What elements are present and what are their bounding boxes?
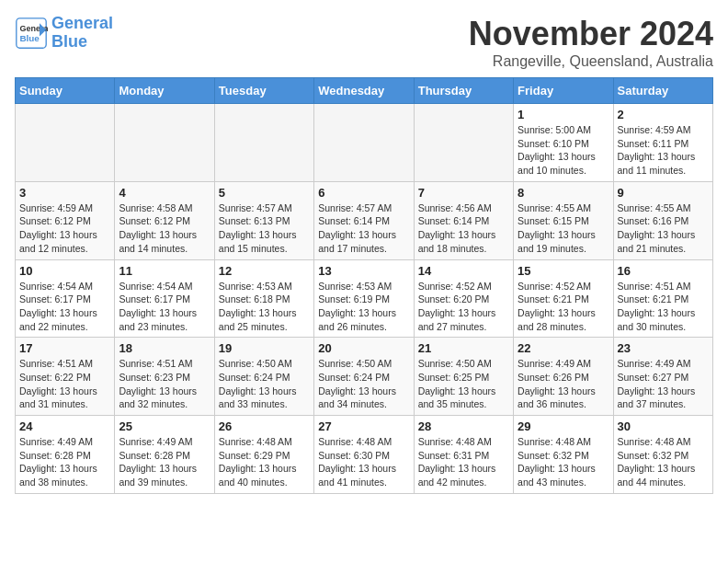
calendar-cell	[214, 104, 313, 182]
svg-text:Blue: Blue	[19, 33, 40, 43]
calendar-cell: 4Sunrise: 4:58 AMSunset: 6:12 PMDaylight…	[115, 181, 214, 259]
day-number: 14	[418, 264, 509, 278]
weekday-header-wednesday: Wednesday	[314, 78, 414, 104]
day-info: Sunrise: 4:52 AMSunset: 6:21 PMDaylight:…	[518, 280, 609, 334]
day-info: Sunrise: 4:53 AMSunset: 6:19 PMDaylight:…	[318, 280, 409, 334]
day-number: 2	[618, 108, 709, 121]
day-number: 13	[318, 264, 409, 278]
day-info: Sunrise: 4:48 AMSunset: 6:30 PMDaylight:…	[318, 435, 409, 489]
calendar-week-2: 10Sunrise: 4:54 AMSunset: 6:17 PMDayligh…	[16, 259, 713, 338]
calendar-cell: 5Sunrise: 4:57 AMSunset: 6:13 PMDaylight…	[214, 181, 313, 259]
day-info: Sunrise: 4:49 AMSunset: 6:26 PMDaylight:…	[518, 357, 609, 411]
day-number: 6	[318, 186, 409, 200]
day-number: 18	[119, 341, 210, 355]
day-info: Sunrise: 4:57 AMSunset: 6:13 PMDaylight:…	[219, 201, 310, 256]
calendar-cell: 2Sunrise: 4:59 AMSunset: 6:11 PMDaylight…	[613, 104, 712, 182]
logo-blue: Blue	[51, 32, 87, 51]
day-number: 29	[518, 419, 609, 433]
calendar-cell: 19Sunrise: 4:50 AMSunset: 6:24 PMDayligh…	[214, 338, 313, 416]
day-number: 1	[518, 108, 609, 121]
calendar-week-4: 24Sunrise: 4:49 AMSunset: 6:28 PMDayligh…	[16, 416, 713, 494]
day-info: Sunrise: 4:48 AMSunset: 6:32 PMDaylight:…	[518, 435, 609, 489]
calendar-cell: 25Sunrise: 4:49 AMSunset: 6:28 PMDayligh…	[115, 416, 214, 494]
day-info: Sunrise: 4:52 AMSunset: 6:20 PMDaylight:…	[418, 280, 509, 334]
weekday-header-row: SundayMondayTuesdayWednesdayThursdayFrid…	[16, 78, 713, 104]
day-info: Sunrise: 4:54 AMSunset: 6:17 PMDaylight:…	[19, 280, 110, 334]
calendar-cell: 22Sunrise: 4:49 AMSunset: 6:26 PMDayligh…	[514, 338, 613, 416]
day-number: 12	[219, 264, 310, 278]
month-title: November 2024	[469, 15, 713, 53]
day-info: Sunrise: 4:51 AMSunset: 6:23 PMDaylight:…	[119, 357, 210, 411]
day-info: Sunrise: 4:55 AMSunset: 6:16 PMDaylight:…	[618, 201, 709, 256]
title-block: November 2024 Rangeville, Queensland, Au…	[469, 15, 713, 70]
day-number: 27	[318, 419, 409, 433]
calendar-cell: 16Sunrise: 4:51 AMSunset: 6:21 PMDayligh…	[613, 259, 712, 338]
logo: General Blue General Blue	[15, 15, 113, 52]
calendar-cell: 13Sunrise: 4:53 AMSunset: 6:19 PMDayligh…	[314, 259, 414, 338]
day-number: 16	[618, 264, 709, 278]
day-info: Sunrise: 4:53 AMSunset: 6:18 PMDaylight:…	[219, 280, 310, 334]
day-number: 15	[518, 264, 609, 278]
day-number: 23	[618, 341, 709, 355]
calendar-week-0: 1Sunrise: 5:00 AMSunset: 6:10 PMDaylight…	[16, 104, 713, 182]
location-title: Rangeville, Queensland, Australia	[469, 53, 713, 70]
calendar-cell: 17Sunrise: 4:51 AMSunset: 6:22 PMDayligh…	[16, 338, 115, 416]
day-info: Sunrise: 4:48 AMSunset: 6:31 PMDaylight:…	[418, 435, 509, 489]
weekday-header-sunday: Sunday	[16, 78, 115, 104]
calendar-cell: 12Sunrise: 4:53 AMSunset: 6:18 PMDayligh…	[214, 259, 313, 338]
day-info: Sunrise: 4:50 AMSunset: 6:24 PMDaylight:…	[219, 357, 310, 411]
calendar-cell: 11Sunrise: 4:54 AMSunset: 6:17 PMDayligh…	[115, 259, 214, 338]
day-info: Sunrise: 4:58 AMSunset: 6:12 PMDaylight:…	[119, 201, 210, 256]
weekday-header-thursday: Thursday	[414, 78, 513, 104]
calendar-cell: 1Sunrise: 5:00 AMSunset: 6:10 PMDaylight…	[514, 104, 613, 182]
day-info: Sunrise: 4:51 AMSunset: 6:21 PMDaylight:…	[618, 280, 709, 334]
day-number: 30	[618, 419, 709, 433]
day-number: 11	[119, 264, 210, 278]
calendar-cell	[16, 104, 115, 182]
calendar-cell: 20Sunrise: 4:50 AMSunset: 6:24 PMDayligh…	[314, 338, 414, 416]
day-info: Sunrise: 4:57 AMSunset: 6:14 PMDaylight:…	[318, 201, 409, 256]
logo-text: General Blue	[51, 15, 113, 52]
day-number: 3	[19, 186, 110, 200]
calendar-cell: 24Sunrise: 4:49 AMSunset: 6:28 PMDayligh…	[16, 416, 115, 494]
logo-general: General	[51, 14, 113, 32]
calendar-week-1: 3Sunrise: 4:59 AMSunset: 6:12 PMDaylight…	[16, 181, 713, 259]
calendar-cell: 18Sunrise: 4:51 AMSunset: 6:23 PMDayligh…	[115, 338, 214, 416]
calendar-cell: 15Sunrise: 4:52 AMSunset: 6:21 PMDayligh…	[514, 259, 613, 338]
weekday-header-monday: Monday	[115, 78, 214, 104]
day-number: 28	[418, 419, 509, 433]
calendar-cell: 8Sunrise: 4:55 AMSunset: 6:15 PMDaylight…	[514, 181, 613, 259]
day-info: Sunrise: 4:50 AMSunset: 6:25 PMDaylight:…	[418, 357, 509, 411]
day-info: Sunrise: 4:49 AMSunset: 6:28 PMDaylight:…	[19, 435, 110, 489]
calendar-cell: 23Sunrise: 4:49 AMSunset: 6:27 PMDayligh…	[613, 338, 712, 416]
day-info: Sunrise: 4:55 AMSunset: 6:15 PMDaylight:…	[518, 201, 609, 256]
logo-icon: General Blue	[15, 17, 48, 50]
day-info: Sunrise: 4:48 AMSunset: 6:32 PMDaylight:…	[618, 435, 709, 489]
calendar-cell: 6Sunrise: 4:57 AMSunset: 6:14 PMDaylight…	[314, 181, 414, 259]
weekday-header-friday: Friday	[514, 78, 613, 104]
calendar-cell: 30Sunrise: 4:48 AMSunset: 6:32 PMDayligh…	[613, 416, 712, 494]
calendar-cell	[115, 104, 214, 182]
day-number: 22	[518, 341, 609, 355]
day-info: Sunrise: 5:00 AMSunset: 6:10 PMDaylight:…	[518, 123, 609, 178]
day-info: Sunrise: 4:59 AMSunset: 6:12 PMDaylight:…	[19, 201, 110, 256]
day-number: 9	[618, 186, 709, 200]
day-number: 20	[318, 341, 409, 355]
calendar-cell	[414, 104, 513, 182]
calendar-body: 1Sunrise: 5:00 AMSunset: 6:10 PMDaylight…	[16, 104, 713, 494]
day-number: 4	[119, 186, 210, 200]
day-info: Sunrise: 4:51 AMSunset: 6:22 PMDaylight:…	[19, 357, 110, 411]
calendar-cell: 21Sunrise: 4:50 AMSunset: 6:25 PMDayligh…	[414, 338, 513, 416]
calendar-cell	[314, 104, 414, 182]
day-number: 25	[119, 419, 210, 433]
calendar-cell: 29Sunrise: 4:48 AMSunset: 6:32 PMDayligh…	[514, 416, 613, 494]
calendar-cell: 3Sunrise: 4:59 AMSunset: 6:12 PMDaylight…	[16, 181, 115, 259]
weekday-header-tuesday: Tuesday	[214, 78, 313, 104]
day-number: 21	[418, 341, 509, 355]
calendar-cell: 28Sunrise: 4:48 AMSunset: 6:31 PMDayligh…	[414, 416, 513, 494]
weekday-header-saturday: Saturday	[613, 78, 712, 104]
day-number: 10	[19, 264, 110, 278]
day-info: Sunrise: 4:59 AMSunset: 6:11 PMDaylight:…	[618, 123, 709, 178]
day-number: 8	[518, 186, 609, 200]
calendar-cell: 9Sunrise: 4:55 AMSunset: 6:16 PMDaylight…	[613, 181, 712, 259]
